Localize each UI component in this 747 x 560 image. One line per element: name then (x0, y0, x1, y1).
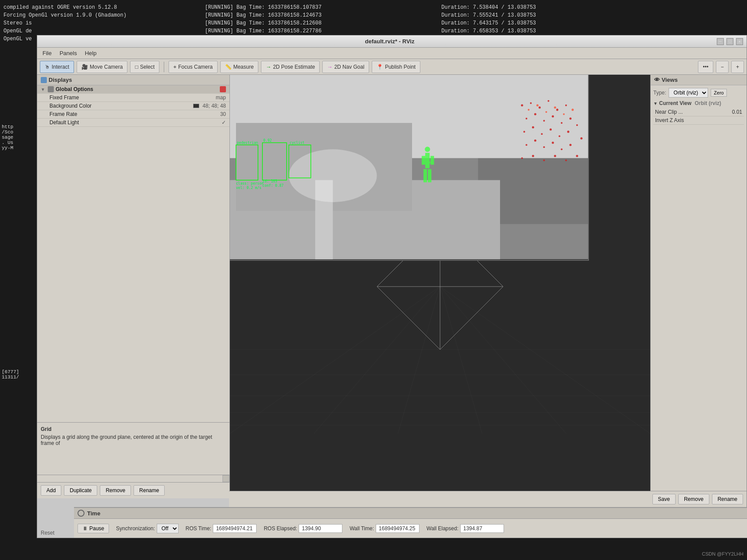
frame-rate-label: Frame Rate (49, 111, 218, 117)
svg-point-119 (534, 140, 536, 142)
move-camera-button[interactable]: 🎥 Move Camera (77, 61, 127, 73)
bg-color-swatch[interactable] (193, 104, 199, 108)
svg-point-134 (563, 113, 565, 115)
svg-point-113 (550, 129, 552, 131)
svg-point-104 (525, 118, 527, 119)
svg-point-24 (289, 149, 377, 202)
pose-estimate-button[interactable]: → 2D Pose Estimate (261, 61, 320, 73)
svg-rect-89 (430, 156, 434, 164)
menu-file[interactable]: File (39, 49, 55, 57)
svg-rect-90 (423, 169, 427, 182)
sync-field: Synchronization: Off (116, 524, 179, 533)
menu-panels[interactable]: Panels (56, 49, 81, 57)
svg-text:class: person: class: person (236, 182, 264, 186)
rviz-titlebar-controls: — □ ✕ (717, 38, 743, 45)
views-zero-button[interactable]: Zero (711, 89, 727, 97)
svg-text:cyclist: cyclist (290, 141, 305, 145)
save-view-button[interactable]: Save (652, 494, 676, 504)
maximize-button[interactable]: □ (726, 38, 733, 45)
invert-z-row[interactable]: Invert Z Axis (653, 116, 744, 125)
add-display-button[interactable]: Add (41, 485, 61, 496)
svg-line-6 (440, 287, 650, 434)
main-3d-view[interactable]: 📷 Image ■ >> (230, 75, 650, 498)
svg-line-3 (398, 287, 440, 434)
toolbar-options-button[interactable]: ••• (698, 61, 713, 73)
views-title: Views (662, 77, 678, 83)
wall-elapsed-field: Wall Elapsed: 1394.87 (426, 524, 504, 533)
near-clip-row[interactable]: Near Clip ... 0.01 (653, 108, 744, 116)
svg-point-129 (576, 155, 578, 157)
ros-elapsed-label: ROS Elapsed: (264, 525, 297, 532)
remove-view-button[interactable]: Remove (678, 494, 709, 504)
ros-elapsed-field: ROS Elapsed: 1394.90 (264, 524, 342, 533)
close-icon-global[interactable] (220, 86, 226, 92)
left-label-1: http (2, 124, 35, 130)
focus-camera-button[interactable]: ⌖ Focus Camera (169, 61, 218, 73)
terminal-line-3: Stereo is (4, 19, 207, 27)
frame-rate-row[interactable]: Frame Rate 30 (37, 110, 229, 119)
svg-point-110 (523, 131, 525, 133)
select-button[interactable]: □ Select (130, 61, 159, 73)
displays-hscroll[interactable] (37, 475, 222, 482)
views-type-dropdown[interactable]: Orbit (rviz) (669, 88, 708, 98)
pause-button[interactable]: ⏸ Pause (78, 524, 109, 533)
svg-text:pedestrian: pedestrian (237, 141, 258, 145)
sync-dropdown[interactable]: Off (157, 524, 179, 533)
global-options-row[interactable]: ▼ Global Options (37, 85, 229, 94)
svg-point-108 (561, 122, 563, 124)
nav-goal-button[interactable]: → 2D Nav Goal (322, 61, 369, 73)
description-text: Displays a grid along the ground plane, … (41, 434, 226, 446)
wall-time-field: Wall Time: 1689494974.25 (349, 524, 419, 533)
toolbar-plus-button[interactable]: + (731, 61, 744, 73)
svg-point-106 (543, 120, 545, 122)
terminal-line-2: Forcing OpenGl version 1.9.0 (Ghadamon) (4, 11, 207, 19)
wall-elapsed-label: Wall Elapsed: (426, 525, 458, 532)
bg-color-label: Background Color (49, 103, 191, 109)
svg-point-122 (561, 148, 563, 150)
default-light-row[interactable]: Default Light ✓ (37, 119, 229, 127)
views-current-value: Orbit (rviz) (694, 100, 721, 106)
displays-title: Displays (49, 77, 72, 83)
left-label-2: /Sco (2, 130, 35, 135)
svg-text:vel: 0.2 m/s: vel: 0.2 m/s (236, 186, 261, 190)
duration-line-1: Duration: 7.538404 / 13.038753 (441, 4, 743, 11)
bottom-buttons-right: Save Remove Rename (229, 491, 747, 507)
svg-point-97 (426, 165, 428, 167)
fixed-frame-row[interactable]: Fixed Frame map (37, 94, 229, 102)
rename-view-button[interactable]: Rename (712, 494, 743, 504)
fixed-frame-value[interactable]: map (216, 94, 226, 101)
minimize-button[interactable]: — (717, 38, 724, 45)
duration-line-3: Duration: 7.643175 / 13.038753 (441, 19, 743, 27)
scroll-corner (222, 475, 229, 482)
remove-display-button[interactable]: Remove (100, 485, 131, 496)
toolbar-minus-button[interactable]: − (716, 61, 729, 73)
rviz-menubar: File Panels Help (37, 48, 747, 59)
measure-button[interactable]: 📏 Measure (220, 61, 259, 73)
svg-point-103 (565, 105, 567, 106)
invert-z-label: Invert Z Axis (655, 117, 684, 123)
svg-point-125 (532, 155, 534, 157)
rename-display-button[interactable]: Rename (134, 485, 165, 496)
wall-time-label: Wall Time: (349, 525, 374, 532)
svg-point-130 (528, 109, 529, 111)
svg-point-118 (525, 144, 527, 146)
interact-button[interactable]: 🖱 Interact (40, 61, 74, 73)
terminal-line-4: OpenGL de (4, 27, 207, 35)
rviz-content: Displays ▼ Global Options Fixed Frame ma… (37, 75, 747, 498)
focus-icon: ⌖ (173, 64, 176, 70)
time-content: ⏸ Pause Synchronization: Off ROS Time: 1… (74, 519, 747, 538)
gear-icon-global (48, 86, 54, 92)
near-clip-label: Near Clip ... (655, 109, 683, 115)
description-box: Grid Displays a grid along the ground pl… (37, 422, 229, 475)
frame-rate-value[interactable]: 30 (220, 111, 226, 117)
svg-point-131 (536, 104, 539, 106)
bg-color-row[interactable]: Background Color 48; 48; 48 (37, 102, 229, 110)
camera-icon: 🎥 (81, 64, 88, 70)
global-options-label: Global Options (56, 86, 218, 92)
publish-point-button[interactable]: 📍 Publish Point (372, 61, 420, 73)
close-button[interactable]: ✕ (736, 38, 743, 45)
street-svg: pedestrian 0.92 cyclist class: person ve… (230, 75, 588, 260)
menu-help[interactable]: Help (81, 49, 100, 57)
wall-elapsed-value: 1394.87 (460, 524, 504, 533)
duplicate-display-button[interactable]: Duplicate (64, 485, 97, 496)
